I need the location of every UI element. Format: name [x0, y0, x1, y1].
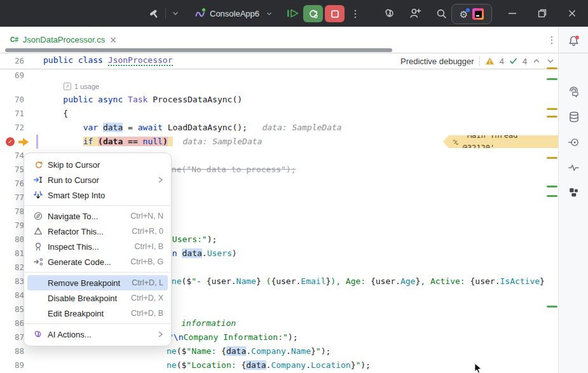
code-text[interactable]: ine($"- {user.Name} ({user.Email}), Age:… [167, 275, 545, 288]
run-config-chevron-icon[interactable] [263, 0, 275, 27]
editor-context-menu: Skip to Cursor Run to Cursor Smart Step … [24, 153, 172, 346]
dotnet-project-icon [193, 0, 207, 27]
skip-to-cursor-icon [32, 159, 44, 170]
stripe-mark-ok[interactable] [547, 195, 557, 197]
csharp-file-icon: C# [10, 36, 18, 43]
titlebar-divider [165, 8, 166, 19]
close-window-button[interactable] [564, 0, 580, 27]
menu-item-run-to-cursor[interactable]: Run to Cursor [27, 172, 168, 187]
thread-icon [452, 138, 460, 146]
stripe-mark-warning[interactable] [547, 157, 557, 159]
warning-icon [485, 57, 495, 65]
next-item-chevron-icon[interactable] [546, 57, 555, 65]
tab-file-name: JsonDataProcessor.cs [23, 35, 105, 44]
notifications-bell-icon[interactable] [559, 32, 588, 50]
rider-logo [472, 8, 484, 20]
code-line-71: 71 { [0, 107, 558, 121]
database-icon[interactable] [559, 108, 588, 126]
resume-program-icon[interactable] [284, 0, 301, 27]
stripe-mark-ok[interactable] [547, 78, 557, 80]
inspect-icon [32, 241, 44, 252]
profiler-pulse-icon[interactable] [559, 159, 588, 177]
execution-pointer-icon [18, 138, 29, 146]
settings-and-ide-pill[interactable]: ⚙ [451, 4, 492, 24]
menu-separator [24, 323, 171, 324]
code-line-73: ✓ if (data == null) data: SampleData 'Ma… [0, 135, 558, 149]
navigate-compass-icon [32, 210, 44, 222]
settings-gear-icon[interactable]: ⚙ [460, 10, 468, 19]
menu-item-remove-breakpoint[interactable]: Remove Breakpoint Ctrl+D, L [27, 275, 168, 290]
code-text[interactable]: ne($"Name: {data.Company.Name}"); [167, 344, 331, 358]
menu-item-refactor-this[interactable]: Refactor This... Ctrl+R, 0 [27, 224, 168, 239]
divider [479, 57, 480, 66]
stripe-mark-ok[interactable] [547, 306, 557, 308]
code-line-70: 70 public async Task ProcessDataAsync() [0, 93, 558, 107]
ai-assistant-icon[interactable] [381, 0, 398, 27]
more-actions-kebab-icon[interactable]: ⋮ [348, 0, 362, 27]
thread-badge[interactable]: 'Main Thread @32120' [443, 135, 558, 148]
breakpoint-icon[interactable]: ✓ [6, 137, 15, 146]
sticky-line-panel: 26 public class JsonProcessor Predictive… [0, 53, 558, 69]
titlebar: ConsoleApp6 ⋮ ⚙ [0, 0, 588, 27]
ai-chat-radar-icon[interactable] [559, 83, 588, 100]
search-everywhere-icon[interactable] [433, 0, 449, 27]
restore-window-button[interactable] [535, 0, 550, 27]
menu-item-generate-code[interactable]: Generate Code... Ctrl+B, G [27, 254, 168, 269]
usage-icon: ↗ [64, 83, 71, 90]
code-text[interactable]: "Users:"); [167, 233, 217, 247]
code-text[interactable]: var data = await LoadDataAsync(); data: … [43, 121, 342, 135]
stripe-mark-warning[interactable] [547, 116, 557, 118]
tab-close-icon[interactable] [109, 36, 117, 44]
menu-item-smart-step-into[interactable]: Smart Step Into [27, 187, 168, 203]
dotcover-icon[interactable] [559, 183, 588, 201]
minimize-button[interactable] [505, 0, 520, 27]
generate-code-icon [32, 256, 44, 268]
warning-count: 4 [500, 57, 504, 66]
debug-caret-bar [36, 135, 38, 149]
code-text[interactable]: { [43, 107, 68, 121]
menu-item-ai-actions[interactable]: AI Actions... [27, 327, 168, 342]
menu-separator [24, 272, 171, 273]
menu-item-edit-breakpoint[interactable]: Edit Breakpoint Ctrl+D, B [27, 306, 168, 321]
menu-item-disable-breakpoint[interactable]: Disable Breakpoint Ctrl+D, X [27, 290, 168, 306]
submenu-chevron-icon [158, 330, 163, 338]
code-line-88: 88 ne($"Name: {data.Company.Name}"); [0, 344, 558, 358]
sticky-line-number: 26 [0, 56, 24, 65]
code-text[interactable]: ne($"Location: {data.Company.Location}")… [167, 358, 371, 372]
sticky-line-code[interactable]: public class JsonProcessor [43, 55, 173, 65]
stripe-mark-warning[interactable] [547, 67, 557, 69]
stripe-mark-ok[interactable] [547, 186, 557, 187]
code-text[interactable]: if (data == null) data: SampleData [43, 135, 262, 149]
stripe-mark-warning[interactable] [547, 108, 557, 110]
predictive-debugger-bar: Predictive debugger 4 4 [400, 53, 555, 69]
strip-divider [559, 53, 588, 53]
build-hammer-icon[interactable] [145, 0, 161, 27]
menu-item-skip-to-cursor[interactable]: Skip to Cursor [27, 157, 168, 172]
code-line-69: 69 [0, 69, 558, 83]
code-text[interactable]: information [181, 316, 236, 330]
mouse-cursor [474, 363, 483, 373]
check-icon [509, 57, 517, 65]
run-config-name[interactable]: ConsoleApp6 [210, 0, 263, 27]
run-to-cursor-icon [32, 174, 44, 186]
menu-item-navigate-to[interactable]: Navigate To... Ctrl+N, N [27, 208, 168, 224]
usage-hint[interactable]: ↗ 1 usage [64, 81, 99, 92]
menu-item-inspect-this[interactable]: Inspect This... Ctrl+I, B [27, 239, 168, 254]
prev-item-chevron-icon[interactable] [532, 57, 541, 65]
restart-debugger-button[interactable] [303, 5, 323, 22]
ai-actions-icon [32, 329, 44, 340]
code-with-me-icon[interactable] [407, 0, 423, 27]
main-menu-chevron-icon[interactable] [169, 0, 182, 27]
code-text[interactable]: "\nCompany Information:"); [168, 330, 298, 344]
rider-ide-window: { "titlebar": { "project": "ConsoleApp6"… [0, 0, 588, 373]
settings-notification-dot [466, 8, 470, 12]
code-text[interactable]: public async Task ProcessDataAsync() [43, 93, 242, 107]
code-text[interactable]: ine("No data to process"); [167, 163, 296, 177]
code-text[interactable]: in data.Users) [167, 247, 237, 261]
stop-button[interactable] [325, 5, 345, 22]
tab-options-kebab-icon[interactable]: ⋮ [544, 27, 559, 53]
smart-step-into-icon [32, 189, 44, 201]
horizontal-scrollbar-thumb[interactable] [5, 48, 392, 52]
endpoints-target-icon[interactable] [559, 133, 588, 151]
menu-separator [24, 205, 171, 206]
